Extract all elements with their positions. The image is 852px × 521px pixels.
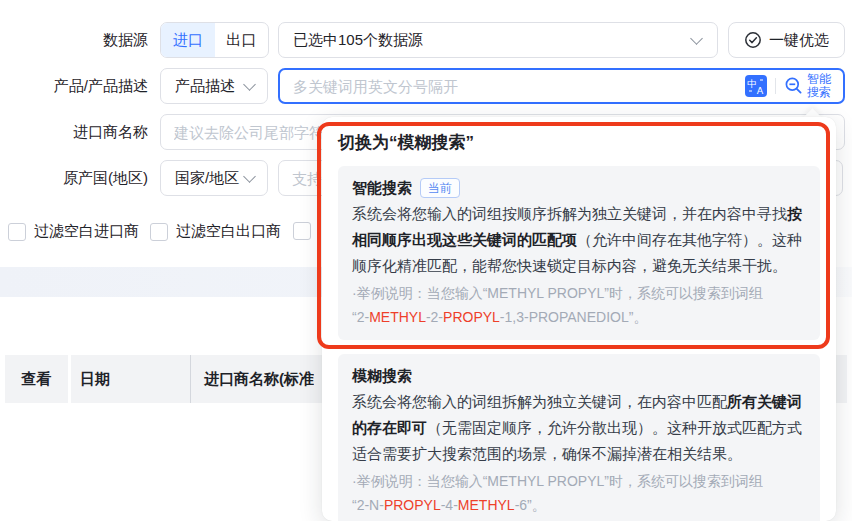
popup-title[interactable]: 切换为“模糊搜索” xyxy=(338,131,820,155)
filter-blank-importer[interactable]: 过滤空白进口商 xyxy=(8,222,139,241)
chevron-down-icon xyxy=(690,32,703,45)
fuzzy-search-heading: 模糊搜索 xyxy=(352,365,412,386)
one-click-optimize-button[interactable]: 一键优选 xyxy=(728,22,845,58)
trade-direction-toggle: 进口 出口 xyxy=(160,22,269,58)
column-header-importer[interactable]: 进口商名称(标准 xyxy=(191,370,314,389)
export-tab[interactable]: 出口 xyxy=(215,23,269,57)
smart-search-example: ·举例说明：当您输入“METHYL PROPYL”时，系统可以搜索到词组“2-M… xyxy=(352,281,806,329)
datasource-select-value: 已选中105个数据源 xyxy=(279,31,692,50)
current-badge: 当前 xyxy=(420,178,460,198)
origin-select-value: 国家/地区 xyxy=(161,169,245,188)
product-keywords-input[interactable] xyxy=(280,78,745,95)
datasource-select[interactable]: 已选中105个数据源 xyxy=(278,22,718,58)
smart-search-heading: 智能搜索 xyxy=(352,177,412,198)
translate-icon-glyph: 中 A xyxy=(745,75,767,97)
example-text: “2- xyxy=(352,309,369,325)
example-intro: ·举例说明：当您输入“METHYL PROPYL”时，系统可以搜索到词组 xyxy=(352,473,763,489)
optimize-button-label: 一键优选 xyxy=(769,31,829,50)
product-field-select-value: 产品描述 xyxy=(161,77,245,96)
example-text: -4- xyxy=(441,497,458,513)
desc-text: 系统会将您输入的词组按顺序拆解为独立关键词，并在内容中寻找 xyxy=(352,205,787,222)
product-field-select[interactable]: 产品描述 xyxy=(160,68,268,104)
filter-blank-exporter[interactable]: 过滤空白出口商 xyxy=(150,222,281,241)
fuzzy-search-section[interactable]: 模糊搜索 系统会将您输入的词组拆解为独立关键词，在内容中匹配所有关键词的存在即可… xyxy=(338,354,820,521)
filter-blank-exporter-label: 过滤空白出口商 xyxy=(176,222,281,241)
checkbox-icon[interactable] xyxy=(293,222,311,240)
input-divider xyxy=(775,78,776,94)
example-text: “2-N- xyxy=(352,497,384,513)
svg-text:中: 中 xyxy=(747,78,757,89)
search-mode-popup: 切换为“模糊搜索” 智能搜索 当前 系统会将您输入的词组按顺序拆解为独立关键词，… xyxy=(322,117,836,521)
chevron-down-icon xyxy=(243,170,256,183)
origin-select[interactable]: 国家/地区 xyxy=(160,160,268,196)
checkbox-icon[interactable] xyxy=(150,223,168,241)
checkbox-icon[interactable] xyxy=(8,223,26,241)
example-keyword: PROPYL xyxy=(443,309,500,325)
translate-icon[interactable]: 中 A xyxy=(745,75,767,97)
fuzzy-search-example: ·举例说明：当您输入“METHYL PROPYL”时，系统可以搜索到词组“2-N… xyxy=(352,469,806,517)
filter-checkbox-partial[interactable] xyxy=(293,222,311,240)
importer-label: 进口商名称 xyxy=(0,114,148,150)
product-label: 产品/产品描述 xyxy=(0,68,148,104)
example-keyword: PROPYL xyxy=(384,497,441,513)
example-text: -2- xyxy=(426,309,443,325)
import-tab[interactable]: 进口 xyxy=(161,23,215,57)
filter-blank-importer-label: 过滤空白进口商 xyxy=(34,222,139,241)
smart-search-section: 智能搜索 当前 系统会将您输入的词组按顺序拆解为独立关键词，并在内容中寻找按相同… xyxy=(338,166,820,340)
smart-search-description: 系统会将您输入的词组按顺序拆解为独立关键词，并在内容中寻找按相同顺序出现这些关键… xyxy=(352,201,806,279)
example-keyword: METHYL xyxy=(369,309,426,325)
column-header-view[interactable]: 查看 xyxy=(5,370,68,389)
desc-text: 系统会将您输入的词组拆解为独立关键词，在内容中匹配 xyxy=(352,393,727,410)
smart-search-mode-button[interactable]: 智能搜索 xyxy=(784,73,835,99)
product-keywords-inputbox: 中 A 智能搜索 xyxy=(278,68,845,104)
example-intro: ·举例说明：当您输入“METHYL PROPYL”时，系统可以搜索到词组 xyxy=(352,285,763,301)
smart-search-label: 智能搜索 xyxy=(807,73,835,99)
example-keyword: METHYL xyxy=(458,497,515,513)
circle-check-icon xyxy=(744,31,762,49)
example-text: -6”。 xyxy=(515,497,546,513)
svg-text:A: A xyxy=(757,85,764,96)
datasource-label: 数据源 xyxy=(0,22,148,58)
column-header-date[interactable]: 日期 xyxy=(71,370,190,389)
origin-label: 原产国(地区) xyxy=(0,160,148,196)
smart-search-icon xyxy=(784,76,804,96)
fuzzy-search-description: 系统会将您输入的词组拆解为独立关键词，在内容中匹配所有关键词的存在即可（无需固定… xyxy=(352,389,806,467)
chevron-down-icon xyxy=(243,78,256,91)
example-text: -1,3-PROPANEDIOL”。 xyxy=(500,309,648,325)
